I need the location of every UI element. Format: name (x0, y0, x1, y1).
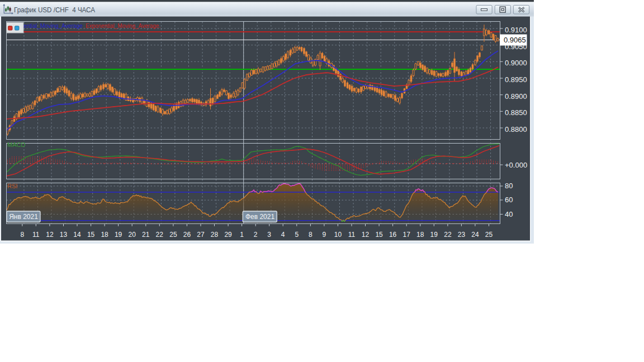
svg-text:4: 4 (281, 231, 285, 239)
svg-text:15: 15 (87, 231, 95, 239)
svg-text:14: 14 (73, 231, 81, 239)
svg-text:21: 21 (142, 231, 150, 239)
svg-text:60: 60 (505, 196, 513, 204)
svg-text:Янв 2021: Янв 2021 (9, 213, 38, 221)
svg-text:0.8950: 0.8950 (505, 75, 527, 84)
svg-text:11: 11 (348, 231, 356, 239)
svg-text:RSI: RSI (7, 183, 17, 189)
svg-text:1: 1 (240, 231, 244, 239)
svg-text:28: 28 (211, 231, 219, 239)
svg-text:18: 18 (416, 231, 424, 239)
svg-text:+0.000: +0.000 (505, 161, 527, 169)
svg-text:19: 19 (430, 231, 438, 239)
svg-text:17: 17 (403, 231, 411, 239)
svg-text:11: 11 (32, 231, 40, 239)
svg-text:Exponential_Moving_Average.: Exponential_Moving_Average. (86, 22, 160, 29)
svg-text:0.8850: 0.8850 (505, 108, 527, 117)
svg-text:12: 12 (362, 231, 370, 239)
svg-text:8: 8 (309, 231, 312, 239)
svg-text:40: 40 (505, 210, 513, 218)
svg-text:5: 5 (295, 231, 299, 239)
svg-text:0.9100: 0.9100 (505, 26, 527, 34)
svg-text:26: 26 (183, 231, 191, 239)
svg-text:27: 27 (197, 231, 205, 239)
svg-text:0.8800: 0.8800 (505, 125, 527, 134)
svg-text:25: 25 (485, 231, 493, 239)
svg-text:MACD: MACD (7, 141, 25, 148)
svg-text:15: 15 (375, 231, 383, 239)
svg-text:23: 23 (458, 231, 466, 239)
svg-text:ential_Moving_Average: ential_Moving_Average (23, 22, 83, 29)
svg-text:9: 9 (323, 231, 326, 239)
svg-text:16: 16 (389, 231, 397, 239)
svg-text:10: 10 (334, 231, 342, 239)
svg-text:18: 18 (101, 231, 108, 239)
svg-text:22: 22 (156, 231, 164, 239)
svg-text:0.8900: 0.8900 (505, 92, 527, 101)
svg-text:20: 20 (129, 231, 136, 239)
svg-text:22: 22 (444, 231, 452, 239)
svg-text:13: 13 (60, 231, 68, 239)
svg-text:12: 12 (46, 231, 54, 239)
svg-text:0.9065: 0.9065 (504, 36, 526, 44)
svg-text:2: 2 (254, 231, 258, 239)
svg-text:.: . (83, 22, 85, 29)
svg-text:24: 24 (471, 231, 479, 239)
svg-text:8: 8 (20, 231, 24, 239)
svg-text:19: 19 (115, 231, 122, 239)
svg-text:29: 29 (224, 231, 232, 239)
svg-text:0.9000: 0.9000 (505, 59, 527, 67)
svg-text:3: 3 (267, 231, 271, 239)
svg-text:График USD /CHF 4 ЧАСА: График USD /CHF 4 ЧАСА (14, 6, 95, 14)
svg-text:80: 80 (505, 182, 513, 190)
svg-text:25: 25 (169, 231, 177, 239)
svg-text:Фев 2021: Фев 2021 (245, 213, 275, 221)
